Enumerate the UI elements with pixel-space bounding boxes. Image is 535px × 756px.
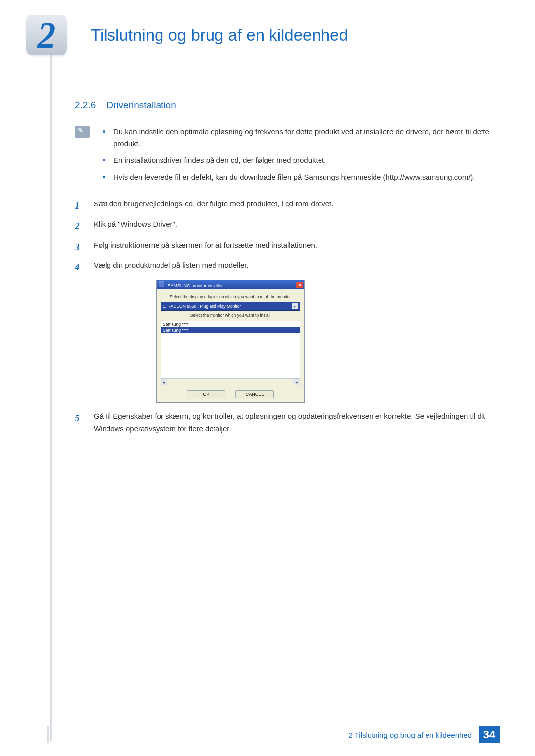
- note-bullet: Hvis den leverede fil er defekt, kan du …: [101, 171, 500, 183]
- step-item: 1 Sæt den brugervejlednings-cd, der fulg…: [75, 198, 500, 213]
- step-text: Følg instruktionerne på skærmen for at f…: [94, 239, 500, 254]
- close-icon[interactable]: ×: [296, 282, 303, 288]
- chapter-number: 2: [38, 17, 56, 53]
- section-number: 2.2.6: [75, 100, 96, 111]
- list-item[interactable]: Samsung ****: [161, 321, 300, 327]
- step-text: Gå til Egenskaber for skærm, og kontroll…: [94, 410, 500, 435]
- cancel-button[interactable]: CANCEL: [235, 390, 274, 398]
- step-number: 4: [75, 259, 84, 275]
- installer-title-text: SAMSUNG monitor installer: [168, 283, 223, 288]
- left-ruler: [50, 15, 52, 741]
- note-bullet: Du kan indstille den optimale opløsning …: [101, 126, 500, 150]
- step-number: 5: [75, 410, 84, 435]
- installer-body: Select the display adapter on which you …: [157, 289, 304, 402]
- installer-dialog: SAMSUNG monitor installer × Select the d…: [156, 280, 305, 403]
- monitor-list[interactable]: Samsung **** Samsung ****: [160, 321, 300, 378]
- adapter-select[interactable]: 1. RADEON 9550 : Plug and Play Monitor ▾: [160, 302, 300, 311]
- chevron-down-icon[interactable]: ▾: [292, 303, 298, 309]
- step-text: Vælg din produktmodel på listen med mode…: [94, 259, 500, 275]
- section-heading: 2.2.6 Driverinstallation: [75, 100, 500, 111]
- chapter-badge: 2: [26, 15, 67, 55]
- footer-text: 2 Tilslutning og brug af en kildeenhed: [348, 731, 479, 739]
- list-item[interactable]: Samsung ****: [161, 327, 300, 333]
- chapter-title: Tilslutning og brug af en kildeenhed: [91, 26, 348, 45]
- step-number: 3: [75, 239, 84, 254]
- note-bullet-list: Du kan indstille den optimale opløsning …: [101, 126, 500, 188]
- section-title: Driverinstallation: [107, 100, 176, 111]
- step-item: 3 Følg instruktionerne på skærmen for at…: [75, 239, 500, 254]
- installer-prompt-2: Select the monitor which you want to ins…: [160, 313, 300, 318]
- scroll-left-icon[interactable]: ◂: [160, 379, 167, 385]
- scroll-right-icon[interactable]: ▸: [293, 379, 300, 385]
- step-item: 2 Klik på "Windows Driver".: [75, 218, 500, 234]
- installer-prompt-1: Select the display adapter on which you …: [160, 294, 300, 299]
- adapter-value: 1. RADEON 9550 : Plug and Play Monitor: [163, 304, 241, 309]
- chapter-header: 2 Tilslutning og brug af en kildeenhed: [47, 15, 500, 55]
- step-text: Klik på "Windows Driver".: [94, 218, 500, 234]
- page-number: 34: [479, 726, 500, 743]
- step-number: 1: [75, 198, 84, 213]
- note-bullet: En installationsdriver findes på den cd,…: [101, 154, 500, 166]
- installer-titlebar: SAMSUNG monitor installer ×: [157, 280, 304, 289]
- note-icon: [75, 126, 90, 138]
- steps-list: 1 Sæt den brugervejlednings-cd, der fulg…: [75, 198, 500, 275]
- app-icon: [159, 281, 164, 287]
- step-item: 5 Gå til Egenskaber for skærm, og kontro…: [75, 410, 500, 435]
- step-number: 2: [75, 218, 84, 234]
- ok-button[interactable]: OK: [187, 390, 225, 398]
- step-text: Sæt den brugervejlednings-cd, der fulgte…: [94, 198, 500, 213]
- steps-list-continued: 5 Gå til Egenskaber for skærm, og kontro…: [75, 410, 500, 435]
- page-footer: 2 Tilslutning og brug af en kildeenhed 3…: [47, 726, 500, 743]
- h-scrollbar[interactable]: ◂ ▸: [160, 378, 300, 385]
- step-item: 4 Vælg din produktmodel på listen med mo…: [75, 259, 500, 275]
- note-block: Du kan indstille den optimale opløsning …: [75, 126, 500, 188]
